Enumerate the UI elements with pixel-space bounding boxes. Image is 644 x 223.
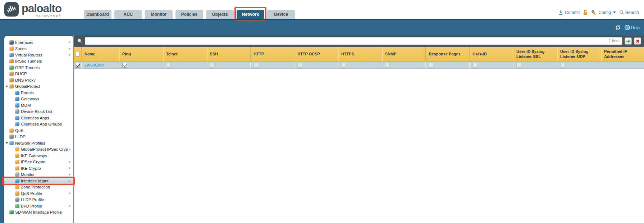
column-header-telnet[interactable]: Telnet	[163, 47, 207, 62]
row-select-checkbox[interactable]	[75, 63, 80, 68]
column-header-response-pages[interactable]: Response Pages	[425, 47, 469, 62]
submenu-dot-icon	[69, 174, 70, 176]
cell-ping	[119, 62, 163, 68]
cell-user-id	[469, 62, 513, 68]
help-button[interactable]: ? Help	[625, 25, 640, 30]
column-header-http-ocsp[interactable]: HTTP OCSP	[294, 47, 338, 62]
tab-acc[interactable]: ACC	[114, 10, 142, 19]
tab-label: Device	[274, 12, 288, 17]
content-area: InterfacesZonesVirtual RoutersIPSec Tunn…	[0, 20, 644, 223]
sidebar-item-network-profiles[interactable]: Network Profiles	[4, 140, 73, 146]
sidebar-item-globalprotect[interactable]: GlobalProtect	[4, 83, 73, 90]
sidebar-item-globalprotect-ipsec-crypto[interactable]: GlobalProtect IPSec Crypto	[4, 146, 73, 153]
sidebar-item-mdm[interactable]: MDM	[4, 102, 73, 109]
commit-label: Commit	[565, 10, 580, 15]
row-name-link[interactable]: LAN-ICMP	[85, 63, 104, 67]
sidebar-item-label: Zones	[15, 46, 27, 51]
cell-ssh	[207, 62, 251, 68]
sidebar-item-label: Virtual Routers	[15, 53, 42, 57]
tab-dashboard[interactable]: Dashboard	[84, 10, 111, 19]
sidebar-item-label: IKE Crypto	[21, 166, 41, 170]
zone-protection-icon	[15, 185, 19, 189]
cell-http-ocsp	[294, 62, 338, 68]
commit-button[interactable]: Commit	[558, 10, 580, 15]
column-header-permitted-ip-addresses[interactable]: Permitted IP Addresses	[601, 47, 644, 62]
column-header-user-id-syslog-listener-ssl[interactable]: User-ID Syslog Listener-SSL	[513, 47, 557, 62]
sidebar-item-label: IPSec Crypto	[21, 160, 45, 164]
config-menu-button[interactable]: Config	[591, 10, 616, 15]
filter-search-input[interactable]	[85, 37, 622, 45]
sidebar-item-device-block-list[interactable]: Device Block List	[4, 109, 73, 115]
apply-filter-button[interactable]	[625, 37, 632, 45]
sidebar-item-zones[interactable]: Zones	[4, 46, 73, 52]
refresh-icon[interactable]	[615, 25, 621, 30]
user-id-syslog-listener-udp-checkbox	[560, 63, 565, 68]
tab-network[interactable]: Network	[237, 10, 264, 19]
column-header-ssh[interactable]: SSH	[207, 47, 251, 62]
sidebar-item-lldp[interactable]: LLDP	[4, 134, 73, 140]
sidebar-item-lldp-profile[interactable]: LLDP Profile	[4, 197, 73, 203]
green-arrow-icon	[626, 39, 631, 43]
tab-monitor[interactable]: Monitor	[145, 10, 173, 19]
sidebar-item-interface-mgmt[interactable]: Interface Mgmt	[4, 178, 73, 184]
sidebar-item-clientless-app-groups[interactable]: Clientless App Groups	[4, 121, 73, 128]
sidebar-item-qos-profile[interactable]: QoS Profile	[4, 190, 73, 197]
column-header-snmp[interactable]: SNMP	[382, 47, 426, 62]
global-search-button[interactable]: Search	[619, 10, 639, 15]
submenu-dot-icon	[69, 54, 70, 56]
tab-objects[interactable]: Objects	[206, 10, 234, 19]
sidebar-item-label: LLDP	[15, 135, 26, 139]
submenu-dot-icon	[69, 180, 70, 182]
sidebar-item-ipsec-crypto[interactable]: IPSec Crypto	[4, 159, 73, 165]
sidebar-item-ipsec-tunnels[interactable]: IPSec Tunnels	[4, 58, 73, 65]
tab-device[interactable]: Device	[267, 10, 295, 19]
sidebar-item-label: Gateways	[21, 97, 39, 101]
response-pages-checkbox	[429, 63, 433, 68]
column-header-name[interactable]: Name	[81, 47, 119, 62]
column-header-http[interactable]: HTTP	[250, 47, 294, 62]
sidebar-item-clientless-apps[interactable]: Clientless Apps	[4, 115, 73, 121]
select-all-checkbox[interactable]	[75, 52, 80, 56]
sidebar-item-dhcp[interactable]: DHCP	[4, 71, 73, 77]
cell-snmp	[382, 62, 426, 68]
sdwan-interface-profile-icon	[9, 210, 14, 214]
expand-triangle-icon[interactable]	[5, 142, 8, 144]
sidebar-item-ike-crypto[interactable]: IKE Crypto	[4, 165, 73, 172]
cell-permitted-ip	[601, 62, 644, 68]
sidebar-item-bfd-profile[interactable]: BFD Profile	[4, 203, 73, 209]
sidebar-item-label: GRE Tunnels	[15, 65, 40, 70]
tab-policies[interactable]: Policies	[175, 10, 203, 19]
sidebar-item-zone-protection[interactable]: Zone Protection	[4, 184, 73, 191]
column-header-user-id-syslog-listener-udp[interactable]: User-ID Syslog Listener-UDP	[557, 47, 601, 62]
search-icon	[619, 10, 624, 15]
column-header-https[interactable]: HTTPS	[338, 47, 382, 62]
help-icon: ?	[625, 25, 630, 30]
sidebar-item-dns-proxy[interactable]: DNS Proxy	[4, 77, 73, 83]
sidebar-item-gre-tunnels[interactable]: GRE Tunnels	[4, 64, 73, 71]
sidebar-item-monitor[interactable]: Monitor	[4, 172, 73, 178]
sidebar-item-ike-gateways[interactable]: IKE Gateways	[4, 153, 73, 159]
sidebar-item-gateways[interactable]: Gateways	[4, 96, 73, 103]
sidebar-item-label: DNS Proxy	[15, 78, 36, 82]
column-header-label: User-ID	[472, 52, 487, 57]
ping-checkbox[interactable]	[122, 63, 127, 68]
snmp-checkbox	[385, 63, 390, 68]
sidebar-item-label: QoS	[15, 128, 23, 133]
column-header-label: Permitted IP Addresses	[604, 49, 641, 59]
sidebar-item-portals[interactable]: Portals	[4, 90, 73, 96]
filter-toolbar: 1 item	[74, 35, 644, 47]
tab-label: Objects	[212, 12, 228, 17]
expand-triangle-icon[interactable]	[5, 86, 8, 87]
sidebar-item-label: Interface Mgmt	[21, 179, 49, 183]
paloalto-logo-icon	[4, 2, 19, 17]
column-header-user-id[interactable]: User-ID	[469, 47, 513, 62]
sidebar-item-interfaces[interactable]: Interfaces	[4, 39, 73, 46]
sidebar-item-label: Device Block List	[21, 109, 52, 114]
unlock-icon[interactable]	[583, 10, 588, 15]
column-header-ping[interactable]: Ping	[119, 47, 163, 62]
clear-filter-button[interactable]	[634, 37, 641, 45]
sidebar-item-qos[interactable]: QoS	[4, 127, 73, 134]
ipsec-crypto-icon	[15, 160, 19, 164]
sidebar-item-virtual-routers[interactable]: Virtual Routers	[4, 52, 73, 58]
sidebar-item-sd-wan-interface-profile[interactable]: SD-WAN Interface Profile	[4, 209, 73, 216]
